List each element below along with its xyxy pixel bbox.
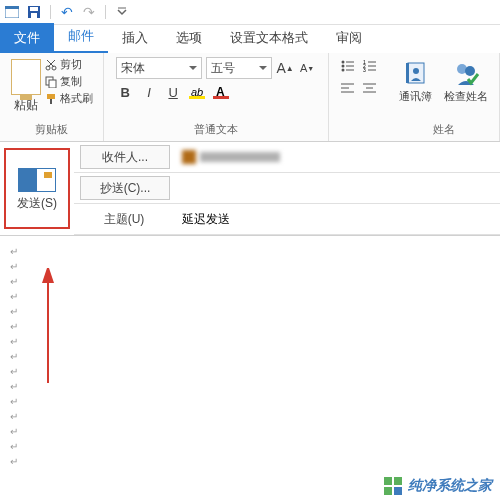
font-color-button[interactable]: A bbox=[212, 83, 230, 101]
numbering-button[interactable]: 123 bbox=[361, 57, 379, 75]
copy-icon bbox=[45, 76, 57, 88]
to-button[interactable]: 收件人... bbox=[80, 145, 170, 169]
svg-rect-45 bbox=[394, 487, 402, 495]
underline-button[interactable]: U bbox=[164, 83, 182, 101]
format-painter-button[interactable]: 格式刷 bbox=[45, 91, 93, 106]
svg-rect-13 bbox=[50, 99, 52, 104]
svg-rect-4 bbox=[31, 13, 37, 18]
compose-header: 发送(S) 收件人... 抄送(C)... 主题(U) bbox=[0, 142, 500, 236]
italic-button[interactable]: I bbox=[140, 83, 158, 101]
check-names-icon bbox=[452, 59, 480, 87]
save-icon[interactable] bbox=[26, 4, 42, 20]
scissors-icon bbox=[45, 59, 57, 71]
svg-rect-42 bbox=[384, 477, 392, 485]
tab-review[interactable]: 审阅 bbox=[322, 23, 376, 53]
tab-options[interactable]: 选项 bbox=[162, 23, 216, 53]
customize-qat-icon[interactable] bbox=[114, 4, 130, 20]
shrink-font-icon[interactable]: A▼ bbox=[298, 59, 316, 77]
window-icon bbox=[4, 4, 20, 20]
send-button[interactable]: 发送(S) bbox=[4, 148, 70, 229]
svg-rect-37 bbox=[406, 63, 409, 83]
ribbon: 粘贴 剪切 复制 格式刷 剪贴板 宋体 五号 A▲ A▼ B I U ab A bbox=[0, 53, 500, 142]
clipboard-icon bbox=[11, 59, 41, 95]
svg-rect-11 bbox=[49, 80, 56, 88]
svg-rect-1 bbox=[5, 6, 19, 9]
svg-rect-12 bbox=[47, 94, 55, 99]
check-names-button[interactable]: 检查姓名 bbox=[442, 57, 490, 106]
align-center-button[interactable] bbox=[361, 79, 379, 97]
grow-font-icon[interactable]: A▲ bbox=[276, 59, 294, 77]
cc-field[interactable] bbox=[182, 177, 494, 199]
tab-mail[interactable]: 邮件 bbox=[54, 21, 108, 53]
watermark-text: 纯净系统之家 bbox=[408, 477, 492, 495]
tab-file[interactable]: 文件 bbox=[0, 23, 54, 53]
svg-rect-3 bbox=[30, 7, 38, 11]
group-clipboard-label: 剪贴板 bbox=[35, 120, 68, 137]
ribbon-tabs: 文件 邮件 插入 选项 设置文本格式 审阅 bbox=[0, 25, 500, 53]
svg-rect-43 bbox=[394, 477, 402, 485]
svg-point-20 bbox=[341, 65, 344, 68]
font-family-select[interactable]: 宋体 bbox=[116, 57, 202, 79]
envelope-icon bbox=[18, 168, 56, 192]
watermark-logo-icon bbox=[384, 477, 402, 495]
to-field[interactable] bbox=[176, 150, 500, 164]
address-book-button[interactable]: 通讯簿 bbox=[397, 57, 434, 106]
undo-icon[interactable]: ↶ bbox=[59, 4, 75, 20]
group-font: 宋体 五号 A▲ A▼ B I U ab A 普通文本 bbox=[104, 53, 329, 141]
bold-button[interactable]: B bbox=[116, 83, 134, 101]
subject-label: 主题(U) bbox=[80, 211, 168, 228]
group-clipboard: 粘贴 剪切 复制 格式刷 剪贴板 bbox=[0, 53, 104, 141]
watermark: 纯净系统之家 bbox=[384, 477, 492, 495]
subject-field[interactable] bbox=[180, 208, 494, 230]
align-left-button[interactable] bbox=[339, 79, 357, 97]
svg-rect-15 bbox=[189, 96, 205, 99]
tab-format[interactable]: 设置文本格式 bbox=[216, 23, 322, 53]
svg-rect-44 bbox=[384, 487, 392, 495]
send-label: 发送(S) bbox=[17, 196, 57, 210]
bullets-button[interactable] bbox=[339, 57, 357, 75]
svg-text:3: 3 bbox=[363, 67, 366, 72]
address-book-icon bbox=[402, 59, 430, 87]
message-body[interactable]: ↵ ↵ ↵ ↵ ↵ ↵ ↵ ↵ ↵ ↵ ↵ ↵ ↵ ↵ ↵ bbox=[0, 236, 500, 486]
group-names: 通讯簿 检查姓名 姓名 bbox=[388, 53, 500, 141]
cc-button[interactable]: 抄送(C)... bbox=[80, 176, 170, 200]
cut-button[interactable]: 剪切 bbox=[45, 57, 93, 72]
svg-point-18 bbox=[341, 61, 344, 64]
svg-point-40 bbox=[465, 66, 475, 76]
svg-rect-17 bbox=[213, 96, 229, 99]
svg-point-38 bbox=[413, 68, 419, 74]
redo-icon[interactable]: ↷ bbox=[81, 4, 97, 20]
brush-icon bbox=[45, 93, 57, 105]
paste-button[interactable]: 粘贴 bbox=[11, 57, 41, 114]
recipient-chip[interactable] bbox=[182, 150, 280, 164]
paragraph-mark: ↵ bbox=[10, 244, 490, 259]
group-paragraph-a: 123 bbox=[329, 53, 388, 141]
tab-insert[interactable]: 插入 bbox=[108, 23, 162, 53]
group-names-label: 姓名 bbox=[433, 120, 455, 137]
copy-button[interactable]: 复制 bbox=[45, 74, 93, 89]
group-font-label: 普通文本 bbox=[194, 120, 238, 137]
highlight-button[interactable]: ab bbox=[188, 83, 206, 101]
font-size-select[interactable]: 五号 bbox=[206, 57, 272, 79]
svg-point-22 bbox=[341, 69, 344, 72]
